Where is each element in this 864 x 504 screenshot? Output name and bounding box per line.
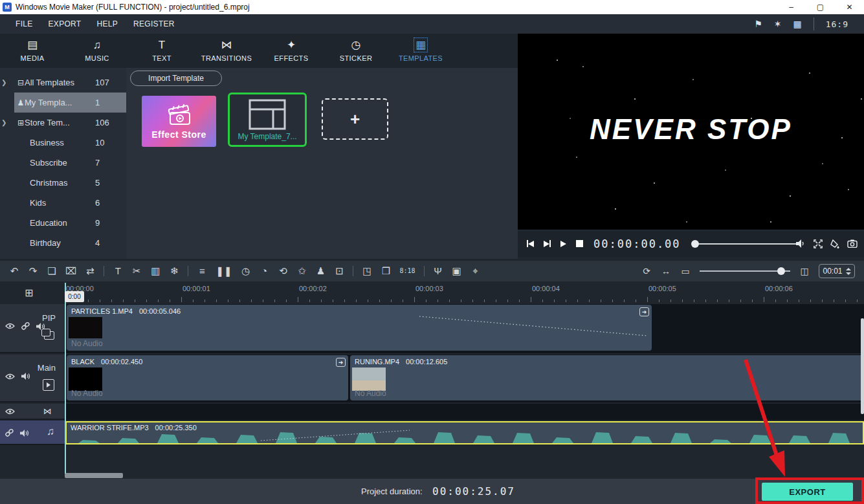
- signpost-icon[interactable]: ⚑: [754, 19, 762, 29]
- sidebar-item-all-templates[interactable]: ❯⊟All Templates107: [0, 72, 126, 93]
- eye-icon[interactable]: [5, 323, 15, 329]
- sidebar-item-subscribe[interactable]: Subscribe7: [0, 153, 126, 173]
- timeline-zoom-slider[interactable]: [700, 270, 790, 272]
- sidebar-item-business[interactable]: Business10: [0, 133, 126, 153]
- paste-icon[interactable]: ❏: [47, 266, 57, 276]
- main-clip-black[interactable]: BLACK00:00:02.450 No Audio ➜: [67, 355, 348, 400]
- ruler-tick: [857, 300, 858, 302]
- record-icon[interactable]: ▣: [452, 266, 462, 276]
- delete-icon[interactable]: ⌧: [65, 266, 76, 276]
- preview-seek-slider[interactable]: [692, 243, 796, 245]
- sidebar-item-birthday[interactable]: Birthday4: [0, 233, 126, 253]
- previous-frame-button[interactable]: [527, 240, 534, 247]
- portrait-icon[interactable]: ♟: [315, 266, 326, 276]
- sidebar-item-kids[interactable]: Kids6: [0, 193, 126, 213]
- undo-icon[interactable]: ↶: [9, 266, 19, 276]
- effect-store-card[interactable]: Effect Store: [142, 96, 216, 147]
- chevron-right-icon[interactable]: ❯: [1, 119, 6, 126]
- zoom-in-icon[interactable]: ◫: [799, 266, 810, 276]
- pip-clip-particles[interactable]: PARTICLES 1.MP400:00:05.046 No Audio ➜: [67, 305, 652, 351]
- main-clip-runing[interactable]: RUNING.MP400:00:12.605 No Audio: [350, 355, 864, 400]
- animation-badge-icon[interactable]: ➜: [639, 307, 649, 316]
- replace-icon[interactable]: ⇄: [85, 266, 95, 276]
- adjust-icon[interactable]: ≡: [197, 266, 207, 276]
- aspect-ratio-icon[interactable]: 8:18: [399, 266, 415, 276]
- mute-icon[interactable]: [21, 373, 30, 380]
- focus-icon[interactable]: ⌖: [471, 266, 481, 276]
- speed-icon[interactable]: ◔: [259, 266, 269, 276]
- next-frame-button[interactable]: [544, 240, 551, 247]
- menu-help[interactable]: HELP: [96, 19, 118, 28]
- zoom-knob[interactable]: [777, 267, 785, 275]
- volume-icon[interactable]: [796, 239, 806, 248]
- timeline-ruler[interactable]: 00:00:0000:00:0100:00:0200:00:0300:00:04…: [65, 283, 864, 302]
- export-frame-icon[interactable]: ⊡: [334, 266, 344, 276]
- fullscreen-icon[interactable]: [814, 239, 823, 248]
- maximize-button[interactable]: ▢: [806, 0, 835, 14]
- playhead[interactable]: [65, 283, 66, 474]
- zoom-out-icon[interactable]: ▭: [680, 266, 691, 276]
- rotate-icon[interactable]: ⟲: [278, 266, 288, 276]
- redo-icon[interactable]: ↷: [28, 266, 38, 276]
- chevron-right-icon[interactable]: ❯: [1, 79, 6, 86]
- fit-timeline-icon[interactable]: ↔: [661, 266, 671, 276]
- tab-effects[interactable]: ✦EFFECTS: [259, 34, 324, 68]
- ruler-tick: [670, 300, 671, 302]
- save-icon[interactable]: ▦: [793, 19, 801, 29]
- close-button[interactable]: ✕: [835, 0, 864, 14]
- horizontal-scrollbar[interactable]: [65, 473, 123, 478]
- spinner-down-icon[interactable]: [846, 272, 851, 275]
- tab-music[interactable]: ♫MUSIC: [65, 34, 129, 68]
- eye-icon[interactable]: [5, 408, 15, 415]
- tab-music-icon: ♫: [93, 39, 102, 50]
- effects-store-icon[interactable]: ✶: [774, 19, 782, 29]
- spinner-up-icon[interactable]: [846, 268, 851, 270]
- export-button[interactable]: EXPORT: [762, 483, 853, 501]
- play-button[interactable]: [560, 241, 566, 247]
- menu-register[interactable]: REGISTER: [133, 19, 175, 28]
- ruler-tick: [205, 300, 205, 302]
- columns-icon[interactable]: ❚❚: [216, 266, 232, 276]
- add-track-icon[interactable]: ⊞: [25, 287, 33, 299]
- audio-clip-warrior-strife[interactable]: WARRIOR STRIFE.MP300:00:25.350: [65, 421, 864, 444]
- pip-icon[interactable]: ❒: [381, 266, 391, 276]
- effect-icon[interactable]: ✩: [296, 266, 307, 276]
- seek-knob[interactable]: [691, 240, 699, 248]
- add-template-card[interactable]: +: [322, 98, 388, 140]
- sync-icon[interactable]: ⟳: [641, 266, 652, 276]
- cut-icon[interactable]: ✂: [131, 266, 142, 276]
- link-icon[interactable]: [5, 429, 14, 437]
- sidebar-item-my-templa[interactable]: ♟My Templa...1: [0, 93, 126, 113]
- text-icon[interactable]: T: [113, 266, 123, 276]
- link-icon[interactable]: [21, 322, 30, 330]
- eye-icon[interactable]: [5, 373, 15, 380]
- vertical-scrollbar[interactable]: [861, 318, 864, 414]
- menu-export[interactable]: EXPORT: [49, 19, 82, 28]
- crop-icon[interactable]: ◳: [362, 266, 372, 276]
- sidebar-item-christmas[interactable]: Christmas5: [0, 173, 126, 193]
- import-template-button[interactable]: Import Template: [130, 71, 222, 86]
- my-template-card[interactable]: My Template_7...: [228, 93, 307, 147]
- animation-badge-icon[interactable]: ➜: [336, 358, 346, 367]
- duration-icon[interactable]: ◷: [240, 266, 250, 276]
- sidebar-item-education[interactable]: Education9: [0, 213, 126, 233]
- background-fill-icon[interactable]: [830, 239, 839, 248]
- microphone-icon[interactable]: Ψ: [433, 266, 443, 276]
- playhead-time-tag[interactable]: 0:00: [65, 291, 84, 302]
- snapshot-icon[interactable]: [847, 239, 858, 248]
- minimize-button[interactable]: –: [777, 0, 806, 14]
- tab-templates[interactable]: ▦TEMPLATES: [388, 34, 453, 68]
- interval-spinner[interactable]: 00:01: [819, 264, 855, 278]
- menu-file[interactable]: FILE: [16, 19, 33, 28]
- ruler-tick: [88, 300, 89, 302]
- tab-media[interactable]: ▤MEDIA: [0, 34, 65, 68]
- split-icon[interactable]: ▥: [150, 266, 161, 276]
- stop-button[interactable]: [576, 240, 583, 247]
- pip-track-header: PIP: [0, 304, 65, 353]
- freeze-frame-icon[interactable]: ❄: [169, 266, 179, 276]
- sidebar-item-store-tem[interactable]: ❯⊞Store Tem...106: [0, 113, 126, 133]
- tab-text[interactable]: TTEXT: [129, 34, 194, 68]
- mute-icon[interactable]: [20, 430, 28, 437]
- tab-sticker[interactable]: ◷STICKER: [324, 34, 388, 68]
- tab-transitions[interactable]: ⋈TRANSITIONS: [194, 34, 259, 68]
